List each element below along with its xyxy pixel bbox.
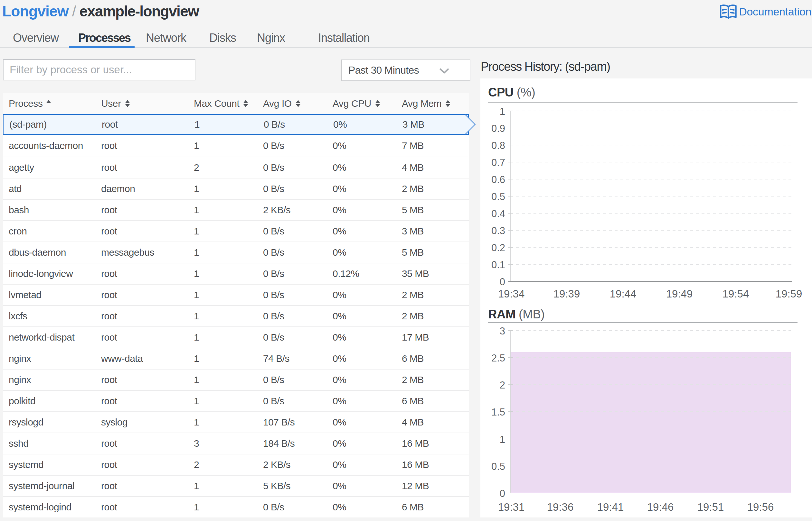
svg-text:0.2: 0.2	[491, 242, 505, 253]
svg-text:19:34: 19:34	[498, 288, 525, 300]
svg-text:0.9: 0.9	[491, 123, 505, 134]
svg-text:19:59: 19:59	[776, 288, 802, 300]
svg-text:19:31: 19:31	[498, 501, 525, 513]
svg-text:2.5: 2.5	[491, 353, 505, 364]
svg-text:19:44: 19:44	[610, 288, 637, 300]
svg-text:0.6: 0.6	[491, 174, 505, 185]
svg-text:19:39: 19:39	[553, 288, 580, 300]
svg-text:0.8: 0.8	[491, 140, 505, 151]
svg-text:19:36: 19:36	[547, 501, 574, 513]
svg-text:0.4: 0.4	[491, 208, 505, 219]
svg-text:19:46: 19:46	[647, 501, 674, 513]
svg-text:0.3: 0.3	[491, 225, 505, 236]
svg-text:1: 1	[500, 106, 505, 117]
svg-text:19:51: 19:51	[698, 501, 724, 513]
svg-text:19:56: 19:56	[747, 501, 774, 513]
svg-text:0: 0	[500, 276, 505, 288]
svg-text:19:49: 19:49	[666, 288, 693, 300]
svg-text:2: 2	[500, 380, 505, 391]
svg-text:19:54: 19:54	[723, 288, 749, 300]
svg-text:0.5: 0.5	[491, 191, 505, 202]
svg-text:1: 1	[500, 434, 505, 445]
svg-text:19:41: 19:41	[597, 501, 624, 513]
svg-text:3: 3	[500, 325, 505, 337]
svg-text:0.5: 0.5	[491, 461, 505, 472]
svg-text:0.1: 0.1	[491, 259, 505, 270]
svg-text:0: 0	[500, 488, 505, 499]
svg-text:1.5: 1.5	[491, 407, 505, 418]
svg-text:0.7: 0.7	[491, 157, 505, 168]
